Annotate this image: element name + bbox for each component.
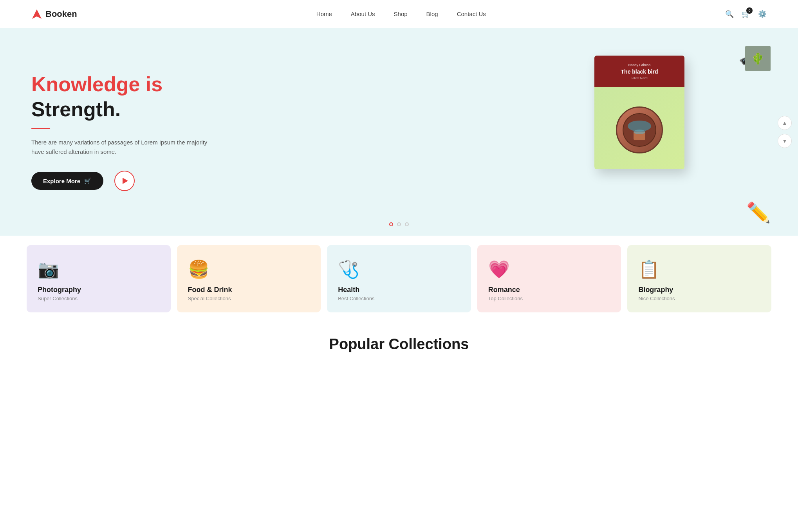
dot-2[interactable] <box>397 222 401 226</box>
logo-text: Booken <box>45 9 77 19</box>
popular-section: Popular Collections <box>0 312 798 361</box>
book-subtitle: Latest Novel <box>631 76 648 80</box>
categories-section: 📷 Photography Super Collections 🍔 Food &… <box>0 245 798 312</box>
hero-section: Knowledge is Strength. There are many va… <box>0 28 798 236</box>
category-biography[interactable]: 📋 Biography Nice Collections <box>627 245 771 312</box>
hero-content: Knowledge is Strength. There are many va… <box>31 73 219 191</box>
search-button[interactable]: 🔍 <box>725 10 734 18</box>
svg-marker-0 <box>32 9 42 19</box>
food-sub: Special Collections <box>188 296 310 301</box>
hero-title-red: Knowledge is <box>31 73 219 96</box>
food-icon: 🍔 <box>188 259 310 280</box>
hero-title-black: Strength. <box>31 98 219 121</box>
hero-image-area: 🕶️ 🌵 Nancy Grimsa The black bird Latest … <box>555 40 775 232</box>
nav-about[interactable]: About Us <box>351 11 375 17</box>
explore-more-button[interactable]: Explore More 🛒 <box>31 172 103 190</box>
romance-icon: 💗 <box>488 259 610 280</box>
health-sub: Best Collections <box>338 296 460 301</box>
book-art <box>616 106 663 153</box>
biography-sub: Nice Collections <box>638 296 760 301</box>
play-button[interactable] <box>114 171 135 191</box>
category-photography[interactable]: 📷 Photography Super Collections <box>27 245 171 312</box>
header: Booken Home About Us Shop Blog Contact U… <box>0 0 798 28</box>
category-health[interactable]: 🩺 Health Best Collections <box>327 245 471 312</box>
book-art-svg <box>622 112 657 148</box>
logo[interactable]: Booken <box>31 9 77 20</box>
book-spine: Nancy Grimsa The black bird Latest Novel <box>594 56 684 87</box>
romance-name: Romance <box>488 286 610 294</box>
logo-icon <box>31 9 42 20</box>
book-author: Nancy Grimsa <box>628 63 650 67</box>
photography-name: Photography <box>38 286 160 294</box>
category-romance[interactable]: 💗 Romance Top Collections <box>477 245 621 312</box>
biography-name: Biography <box>638 286 760 294</box>
book-title: The black bird <box>621 69 658 75</box>
scroll-down-button[interactable]: ▼ <box>778 134 792 148</box>
category-food[interactable]: 🍔 Food & Drink Special Collections <box>177 245 321 312</box>
popular-title: Popular Collections <box>31 336 767 353</box>
photography-sub: Super Collections <box>38 296 160 301</box>
cart-badge: 0 <box>746 7 753 14</box>
hero-dots <box>389 222 409 226</box>
romance-sub: Top Collections <box>488 296 610 301</box>
header-actions: 🔍 🛒 0 ⚙️ <box>725 10 767 18</box>
main-nav: Home About Us Shop Blog Contact Us <box>316 11 486 17</box>
cart-icon: 🛒 <box>84 177 92 184</box>
nav-home[interactable]: Home <box>316 11 332 17</box>
hero-description: There are many variations of passages of… <box>31 138 219 157</box>
nav-shop[interactable]: Shop <box>394 11 408 17</box>
hero-book: Nancy Grimsa The black bird Latest Novel <box>594 56 684 169</box>
biography-icon: 📋 <box>638 259 760 280</box>
health-icon: 🩺 <box>338 259 460 280</box>
svg-point-4 <box>634 130 645 134</box>
plant-decoration: 🌵 <box>745 46 771 71</box>
nav-blog[interactable]: Blog <box>426 11 438 17</box>
settings-button[interactable]: ⚙️ <box>758 10 767 18</box>
dot-1[interactable] <box>389 222 393 226</box>
pencils-decoration: ✏️ <box>746 201 771 224</box>
photography-icon: 📷 <box>38 259 160 280</box>
scroll-up-button[interactable]: ▲ <box>778 116 792 130</box>
dot-3[interactable] <box>405 222 409 226</box>
food-name: Food & Drink <box>188 286 310 294</box>
cart-button[interactable]: 🛒 0 <box>742 10 750 18</box>
scroll-arrows: ▲ ▼ <box>778 116 792 148</box>
hero-divider <box>31 128 50 129</box>
nav-contact[interactable]: Contact Us <box>457 11 486 17</box>
hero-actions: Explore More 🛒 <box>31 171 219 191</box>
health-name: Health <box>338 286 460 294</box>
